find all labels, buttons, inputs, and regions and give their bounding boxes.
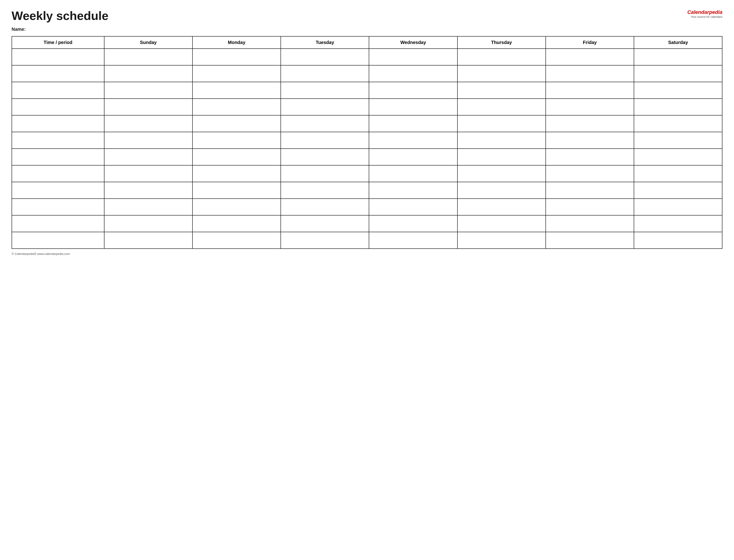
table-cell[interactable] — [104, 182, 192, 199]
col-header-friday: Friday — [546, 36, 634, 49]
table-cell[interactable] — [12, 199, 104, 215]
table-cell[interactable] — [192, 132, 281, 149]
table-cell[interactable] — [104, 65, 192, 82]
table-cell[interactable] — [546, 199, 634, 215]
table-cell[interactable] — [369, 82, 457, 99]
table-cell[interactable] — [281, 115, 369, 132]
table-cell[interactable] — [12, 82, 104, 99]
table-cell[interactable] — [369, 232, 457, 249]
table-cell[interactable] — [12, 149, 104, 165]
table-cell[interactable] — [634, 165, 722, 182]
table-cell[interactable] — [12, 165, 104, 182]
table-cell[interactable] — [634, 65, 722, 82]
table-cell[interactable] — [104, 215, 192, 232]
table-cell[interactable] — [104, 115, 192, 132]
table-cell[interactable] — [546, 132, 634, 149]
table-cell[interactable] — [546, 99, 634, 115]
table-cell[interactable] — [12, 132, 104, 149]
table-cell[interactable] — [546, 149, 634, 165]
table-cell[interactable] — [12, 182, 104, 199]
table-cell[interactable] — [281, 215, 369, 232]
col-header-wednesday: Wednesday — [369, 36, 457, 49]
table-cell[interactable] — [281, 82, 369, 99]
table-cell[interactable] — [192, 115, 281, 132]
table-cell[interactable] — [192, 65, 281, 82]
table-cell[interactable] — [192, 82, 281, 99]
table-cell[interactable] — [281, 49, 369, 65]
table-cell[interactable] — [546, 215, 634, 232]
table-cell[interactable] — [634, 199, 722, 215]
brand-tagline: Your source for calendars — [687, 15, 722, 19]
table-cell[interactable] — [104, 49, 192, 65]
table-cell[interactable] — [192, 99, 281, 115]
table-cell[interactable] — [634, 215, 722, 232]
table-cell[interactable] — [369, 199, 457, 215]
table-cell[interactable] — [12, 115, 104, 132]
table-cell[interactable] — [458, 149, 546, 165]
table-cell[interactable] — [192, 182, 281, 199]
table-cell[interactable] — [458, 49, 546, 65]
table-cell[interactable] — [369, 182, 457, 199]
table-cell[interactable] — [458, 215, 546, 232]
table-cell[interactable] — [281, 165, 369, 182]
table-cell[interactable] — [369, 215, 457, 232]
table-cell[interactable] — [634, 232, 722, 249]
table-cell[interactable] — [458, 115, 546, 132]
table-cell[interactable] — [369, 165, 457, 182]
table-cell[interactable] — [281, 65, 369, 82]
table-cell[interactable] — [458, 65, 546, 82]
table-cell[interactable] — [281, 232, 369, 249]
table-cell[interactable] — [546, 49, 634, 65]
table-cell[interactable] — [634, 82, 722, 99]
table-cell[interactable] — [281, 199, 369, 215]
table-cell[interactable] — [281, 99, 369, 115]
table-cell[interactable] — [104, 132, 192, 149]
table-cell[interactable] — [458, 132, 546, 149]
table-cell[interactable] — [634, 149, 722, 165]
table-cell[interactable] — [104, 199, 192, 215]
table-cell[interactable] — [458, 232, 546, 249]
table-cell[interactable] — [546, 182, 634, 199]
table-cell[interactable] — [369, 149, 457, 165]
table-cell[interactable] — [104, 82, 192, 99]
table-cell[interactable] — [546, 232, 634, 249]
table-cell[interactable] — [546, 115, 634, 132]
table-cell[interactable] — [192, 49, 281, 65]
table-cell[interactable] — [12, 65, 104, 82]
table-cell[interactable] — [458, 82, 546, 99]
table-cell[interactable] — [192, 149, 281, 165]
table-cell[interactable] — [634, 99, 722, 115]
table-cell[interactable] — [369, 115, 457, 132]
table-cell[interactable] — [546, 165, 634, 182]
table-cell[interactable] — [12, 232, 104, 249]
table-cell[interactable] — [192, 232, 281, 249]
table-cell[interactable] — [12, 215, 104, 232]
table-cell[interactable] — [281, 149, 369, 165]
table-cell[interactable] — [369, 49, 457, 65]
table-cell[interactable] — [634, 132, 722, 149]
table-cell[interactable] — [634, 115, 722, 132]
table-cell[interactable] — [104, 149, 192, 165]
table-cell[interactable] — [192, 215, 281, 232]
table-cell[interactable] — [192, 165, 281, 182]
table-cell[interactable] — [192, 199, 281, 215]
table-cell[interactable] — [634, 182, 722, 199]
table-cell[interactable] — [281, 182, 369, 199]
table-cell[interactable] — [281, 132, 369, 149]
table-cell[interactable] — [458, 99, 546, 115]
table-cell[interactable] — [458, 182, 546, 199]
table-cell[interactable] — [458, 199, 546, 215]
table-cell[interactable] — [104, 232, 192, 249]
table-cell[interactable] — [369, 65, 457, 82]
table-cell[interactable] — [12, 49, 104, 65]
table-cell[interactable] — [104, 165, 192, 182]
table-cell[interactable] — [12, 99, 104, 115]
table-cell[interactable] — [369, 99, 457, 115]
table-cell[interactable] — [104, 99, 192, 115]
table-cell[interactable] — [369, 132, 457, 149]
table-cell[interactable] — [458, 165, 546, 182]
name-row: Name: — [12, 27, 722, 32]
table-cell[interactable] — [634, 49, 722, 65]
table-cell[interactable] — [546, 82, 634, 99]
table-cell[interactable] — [546, 65, 634, 82]
